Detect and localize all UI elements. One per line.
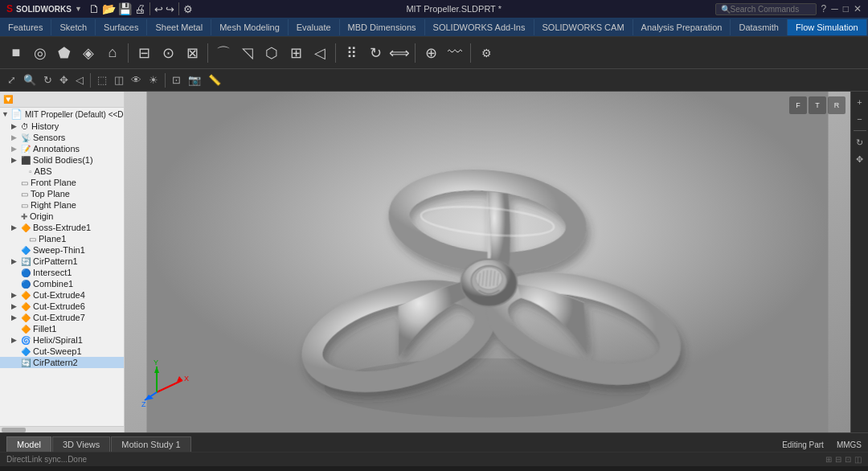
- tree-item-cirpattern2[interactable]: 🔄 CirPattern2: [0, 357, 124, 368]
- rebuild-button[interactable]: ⚙: [183, 3, 193, 15]
- tree-item-cirpattern1[interactable]: ▶ 🔄 CirPattern1: [0, 256, 124, 267]
- toolbar-btn-12[interactable]: ⊞: [285, 42, 307, 64]
- tree-item-cut-extrude7[interactable]: ▶ 🔶 Cut-Extrude7: [0, 312, 124, 323]
- toolbar-btn-7[interactable]: ⊙: [157, 42, 179, 64]
- tab-solidworks-addins[interactable]: SOLIDWORKS Add-Ins: [425, 19, 534, 35]
- iconbar-view3[interactable]: ↻: [41, 72, 55, 88]
- tree-item-abs[interactable]: ▫ ABS: [0, 166, 124, 177]
- new-button[interactable]: 🗋: [88, 2, 100, 15]
- tree-item-front-plane[interactable]: ▭ Front Plane: [0, 177, 124, 188]
- toolbar-btn-14[interactable]: ⠿: [340, 42, 362, 64]
- iconbar-section[interactable]: ⊡: [170, 72, 183, 88]
- search-input[interactable]: [731, 5, 811, 14]
- tab-mesh-modeling[interactable]: Mesh Modeling: [211, 19, 289, 35]
- toolbar-btn-19[interactable]: ⚙: [475, 42, 497, 64]
- toolbar-btn-1[interactable]: ■: [5, 42, 27, 64]
- toolbar-btn-8[interactable]: ⊠: [181, 42, 203, 64]
- tree-item-origin[interactable]: ✚ Origin: [0, 211, 124, 222]
- toolbar-btn-16[interactable]: ⟺: [388, 42, 411, 64]
- tab-sketch[interactable]: Sketch: [51, 19, 96, 35]
- tree-item-right-plane[interactable]: ▭ Right Plane: [0, 199, 124, 211]
- redo-button[interactable]: ↪: [166, 3, 174, 15]
- tree-item-solid-bodies[interactable]: ▶ ⬛ Solid Bodies(1): [0, 154, 124, 166]
- tab-datasmith[interactable]: Datasmith: [731, 19, 788, 35]
- tree-item-sweep-thin1[interactable]: 🔷 Sweep-Thin1: [0, 244, 124, 256]
- bottom-btn-1[interactable]: ⊞: [825, 455, 832, 464]
- tab-analysis-preparation[interactable]: Analysis Preparation: [633, 19, 731, 35]
- toolbar-btn-3[interactable]: ⬟: [53, 42, 76, 64]
- tree-item-annotations[interactable]: ▶ 📝 Annotations: [0, 143, 124, 154]
- tree-item-boss-extrude1[interactable]: ▶ 🔶 Boss-Extrude1: [0, 222, 124, 233]
- rt-btn-4[interactable]: ✥: [853, 152, 867, 166]
- tab-flow-simulation[interactable]: Flow Simulation: [788, 19, 867, 35]
- toolbar-btn-17[interactable]: ⊕: [420, 42, 442, 64]
- toolbar-btn-5[interactable]: ⌂: [101, 42, 124, 64]
- iconbar-measure[interactable]: 📏: [206, 72, 223, 88]
- toolbar-btn-18[interactable]: 〰: [444, 42, 466, 64]
- toolbar-btn-10[interactable]: ◹: [236, 42, 259, 64]
- logo-dropdown[interactable]: ▼: [75, 5, 82, 13]
- tab-motion-study[interactable]: Motion Study 1: [111, 436, 190, 452]
- minimize-button[interactable]: ─: [831, 3, 838, 14]
- viewport-3d[interactable]: X Y Z F T R: [125, 92, 850, 432]
- tree-item-intersect1[interactable]: 🔵 Intersect1: [0, 267, 124, 278]
- sidebar-hscrollbar[interactable]: [0, 426, 124, 432]
- tree-item-combine1[interactable]: 🔵 Combine1: [0, 278, 124, 289]
- restore-button[interactable]: □: [843, 3, 849, 14]
- expander-solid-bodies[interactable]: ▶: [11, 156, 19, 164]
- toolbar-btn-13[interactable]: ◁: [309, 42, 331, 64]
- view-top-btn[interactable]: T: [809, 96, 826, 114]
- tree-item-plane1[interactable]: ▭ Plane1: [0, 233, 124, 244]
- tree-item-cut-extrude4[interactable]: ▶ 🔶 Cut-Extrude4: [0, 289, 124, 301]
- tree-item-sensors[interactable]: ▶ 📡 Sensors: [0, 132, 124, 143]
- tab-3dviews[interactable]: 3D Views: [52, 436, 110, 452]
- bottom-btn-4[interactable]: ◫: [854, 455, 862, 464]
- toolbar-btn-2[interactable]: ◎: [29, 42, 51, 64]
- tree-item-history[interactable]: ▶ ⏱ History: [0, 121, 124, 132]
- iconbar-camera[interactable]: 📷: [186, 72, 203, 88]
- iconbar-view1[interactable]: ⤢: [5, 72, 18, 88]
- expander-history[interactable]: ▶: [11, 122, 19, 130]
- iconbar-view5[interactable]: ◁: [73, 72, 86, 88]
- tab-model[interactable]: Model: [6, 436, 51, 452]
- view-front-btn[interactable]: F: [789, 96, 807, 114]
- bottom-btn-3[interactable]: ⊡: [845, 455, 851, 464]
- tab-features[interactable]: Features: [0, 19, 51, 35]
- expander-cirpattern1[interactable]: ▶: [11, 257, 19, 265]
- toolbar-btn-11[interactable]: ⬡: [260, 42, 283, 64]
- print-button[interactable]: 🖨: [134, 2, 145, 15]
- rt-btn-1[interactable]: +: [853, 95, 867, 109]
- toolbar-btn-15[interactable]: ↻: [364, 42, 387, 64]
- search-box[interactable]: 🔍: [715, 3, 817, 15]
- toolbar-btn-9[interactable]: ⌒: [212, 42, 235, 64]
- tree-item-root[interactable]: ▼ 📄 MIT Propeller (Default) <<Default>..…: [0, 108, 124, 121]
- close-button[interactable]: ✕: [854, 3, 862, 14]
- tab-mbd-dimensions[interactable]: MBD Dimensions: [340, 19, 425, 35]
- help-button[interactable]: ?: [821, 3, 827, 14]
- bottom-btn-2[interactable]: ⊟: [835, 455, 841, 464]
- toolbar-btn-6[interactable]: ⊟: [133, 42, 155, 64]
- iconbar-view4[interactable]: ✥: [57, 72, 71, 88]
- view-right-btn[interactable]: R: [828, 96, 845, 114]
- rt-btn-2[interactable]: −: [853, 112, 867, 126]
- rt-btn-3[interactable]: ↻: [853, 135, 867, 149]
- tab-sheet-metal[interactable]: Sheet Metal: [147, 19, 211, 35]
- iconbar-view2[interactable]: 🔍: [21, 72, 39, 88]
- tree-item-cut-extrude6[interactable]: ▶ 🔶 Cut-Extrude6: [0, 301, 124, 312]
- expander-cut-extrude6[interactable]: ▶: [11, 302, 19, 310]
- scrollbar-thumb[interactable]: [2, 428, 26, 432]
- tree-item-top-plane[interactable]: ▭ Top Plane: [0, 188, 124, 199]
- expander-root[interactable]: ▼: [2, 110, 9, 118]
- expander-annotations[interactable]: ▶: [11, 145, 19, 153]
- expander-cut-extrude7[interactable]: ▶: [11, 313, 19, 322]
- tab-evaluate[interactable]: Evaluate: [289, 19, 340, 35]
- expander-sensors[interactable]: ▶: [11, 133, 19, 141]
- tab-solidworks-cam[interactable]: SOLIDWORKS CAM: [534, 19, 633, 35]
- iconbar-view6[interactable]: ⬚: [95, 72, 109, 88]
- expander-cut-extrude4[interactable]: ▶: [11, 291, 19, 299]
- expander-boss-extrude1[interactable]: ▶: [11, 223, 19, 231]
- tree-item-cut-sweep1[interactable]: 🔷 Cut-Sweep1: [0, 346, 124, 357]
- open-button[interactable]: 📂: [102, 2, 116, 15]
- tab-surfaces[interactable]: Surfaces: [96, 19, 147, 35]
- iconbar-view7[interactable]: ◫: [112, 72, 126, 88]
